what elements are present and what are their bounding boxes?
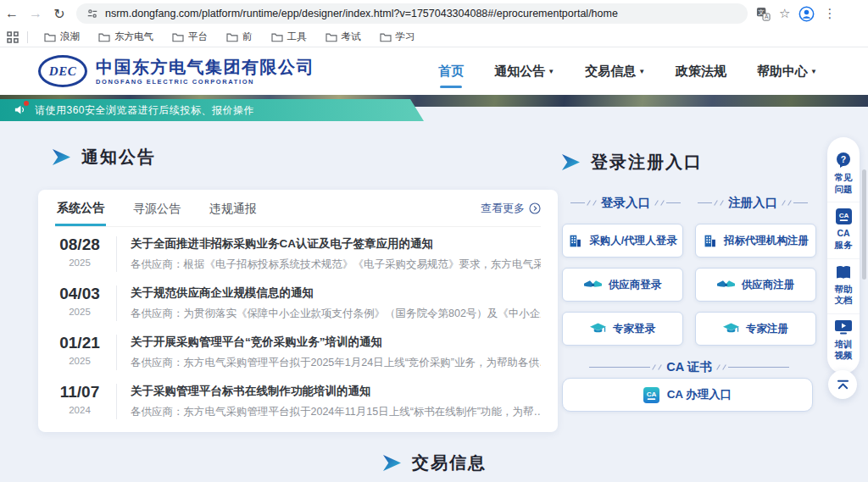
scrollbar-thumb[interactable] — [862, 169, 866, 280]
announcement-row[interactable]: 04/03 2025 关于规范供应商企业规模信息的通知 各供应商：为贯彻落实《保… — [55, 276, 541, 325]
building-icon — [568, 234, 582, 248]
date-block: 11/07 2024 — [55, 384, 104, 415]
bookmark-folder[interactable]: 前 — [219, 30, 260, 43]
company-name-en: DONGFANG ELECTRIC CORPORATION — [96, 78, 314, 86]
company-logo[interactable]: DEC 中国东方电气集团有限公司 DONGFANG ELECTRIC CORPO… — [38, 55, 314, 87]
announcement-title[interactable]: 关于规范供应商企业规模信息的通知 — [131, 285, 541, 301]
bidding-agency-register-button[interactable]: 招标代理机构注册 — [695, 224, 816, 258]
browser-notice-banner: 请使用360安全浏览器进行后续投标、报价操作 — [0, 99, 424, 121]
portal-buttons: 采购人/代理人登录 招标代理机构注册 供应商登录 供应商注册 专家登录 专家注册 — [562, 224, 816, 346]
tab-violation-reports[interactable]: 违规通报 — [208, 191, 259, 224]
expert-register-button[interactable]: 专家注册 — [695, 312, 816, 346]
ca-badge-icon: CA — [643, 387, 659, 403]
announcement-desc: 各供应商：根据《电子招标投标系统技术规范》《电子采购交易规范》要求，东方电气采购… — [131, 258, 541, 272]
graduation-cap-icon — [723, 323, 739, 335]
ca-apply-button[interactable]: CA CA 办理入口 — [562, 378, 813, 412]
announcement-tabs: 系统公告 寻源公告 违规通报 查看更多 — [55, 190, 541, 227]
chevron-down-icon: ▼ — [548, 68, 554, 75]
nav-trade-info[interactable]: 交易信息▼ — [585, 58, 645, 85]
date-block: 04/03 2025 — [55, 285, 104, 317]
view-more-link[interactable]: 查看更多 — [481, 201, 541, 216]
svg-text:A: A — [765, 14, 769, 19]
announcement-desc: 各供应商：东方电气采购管理平台拟于2025年1月24日上线“竞价采购”业务，为帮… — [131, 356, 541, 370]
bookmark-folder[interactable]: 东方电气 — [91, 30, 161, 43]
announcement-desc: 各供应商：为贯彻落实《保障中小企业款项支付条例》（国务院令第802号）及《中小企… — [131, 307, 541, 321]
svg-text:?: ? — [841, 154, 846, 164]
section-title: 登录注册入口 — [591, 151, 703, 174]
expert-login-button[interactable]: 专家登录 — [562, 312, 683, 346]
notice-banner-text: 请使用360安全浏览器进行后续投标、报价操作 — [35, 103, 254, 118]
arrow-icon — [562, 154, 580, 170]
announcement-title[interactable]: 关于采购管理平台标书在线制作功能培训的通知 — [131, 384, 541, 399]
notification-dot — [24, 101, 29, 106]
register-subheader: 注册入口 — [689, 195, 816, 211]
profile-icon[interactable] — [798, 6, 815, 22]
announcements-card: 系统公告 寻源公告 违规通报 查看更多 08/28 2025 关于全面推进非招标… — [38, 190, 558, 432]
nav-policies[interactable]: 政策法规 — [676, 58, 726, 85]
browser-actions: 文A ☆ ⋮ — [756, 6, 836, 22]
svg-text:CA: CA — [646, 390, 656, 397]
back-to-top-icon — [837, 380, 849, 390]
arrow-icon — [383, 455, 401, 471]
portal-heading: 登录注册入口 — [562, 151, 703, 174]
bookmark-star-icon[interactable]: ☆ — [779, 6, 790, 21]
forward-icon[interactable]: → — [24, 6, 47, 21]
announcement-title[interactable]: 关于开展采购管理平台“竞价采购业务”培训的通知 — [131, 335, 541, 350]
main-nav: 首页 通知公告▼ 交易信息▼ 政策法规 帮助中心▼ — [438, 58, 817, 85]
menu-icon[interactable]: ⋮ — [823, 6, 836, 21]
bookmark-folder[interactable]: 平台 — [164, 30, 215, 43]
handshake-icon — [584, 279, 602, 291]
building-icon — [703, 234, 717, 248]
chevron-down-icon: ▼ — [810, 68, 817, 75]
apps-grid-icon[interactable] — [7, 31, 19, 43]
sidebar-item-training-videos[interactable]: 培训视频 — [827, 313, 860, 368]
graduation-cap-icon — [590, 323, 606, 335]
handshake-icon — [717, 279, 735, 291]
company-name-cn: 中国东方电气集团有限公司 — [96, 58, 314, 76]
sidebar-item-faq[interactable]: ? 常见问题 — [827, 146, 860, 202]
bookmark-folder[interactable]: 考试 — [318, 30, 369, 43]
dec-logo-icon: DEC — [38, 55, 87, 87]
ca-certificate-subheader: CA 证书 — [562, 359, 816, 375]
bookmark-folder[interactable]: 工具 — [264, 30, 314, 43]
chevron-down-icon: ▼ — [638, 68, 645, 75]
date-block: 08/28 2025 — [55, 236, 104, 268]
sidebar-item-help-docs[interactable]: 帮助文档 — [827, 258, 860, 313]
site-settings-icon[interactable] — [86, 8, 98, 19]
nav-help-center[interactable]: 帮助中心▼ — [757, 58, 817, 85]
supplier-login-button[interactable]: 供应商登录 — [562, 268, 683, 302]
question-icon: ? — [835, 152, 852, 169]
ca-badge-icon: CA — [836, 208, 852, 224]
supplier-register-button[interactable]: 供应商注册 — [695, 268, 816, 302]
arrow-icon — [53, 149, 70, 165]
tab-sourcing-notices[interactable]: 寻源公告 — [131, 191, 182, 224]
svg-text:CA: CA — [838, 212, 849, 219]
announcement-desc: 各供应商：东方电气采购管理平台拟于2024年11月15日上线“标书在线制作”功能… — [131, 405, 541, 419]
announcement-row[interactable]: 11/07 2024 关于采购管理平台标书在线制作功能培训的通知 各供应商：东方… — [55, 374, 541, 424]
reload-icon[interactable]: ↻ — [47, 6, 71, 22]
announcement-row[interactable]: 01/21 2025 关于开展采购管理平台“竞价采购业务”培训的通知 各供应商：… — [55, 325, 541, 374]
bookmark-folder[interactable]: 浪潮 — [36, 30, 87, 43]
bookmark-folder[interactable]: 学习 — [372, 30, 423, 43]
sidebar-item-ca-service[interactable]: CA CA服务 — [827, 202, 860, 258]
url-text: nsrm.dongfang.com/platform/runtime/epp/d… — [105, 8, 618, 19]
announcement-title[interactable]: 关于全面推进非招标采购业务CA认证及电子签章应用的通知 — [131, 236, 541, 252]
document-icon — [835, 265, 852, 280]
video-icon — [835, 320, 852, 335]
quick-sidebar: ? 常见问题 CA CA服务 帮助文档 培训视频 — [827, 137, 860, 374]
tab-system-notices[interactable]: 系统公告 — [55, 191, 106, 226]
login-subheader: 登录入口 — [562, 195, 689, 211]
announcement-row[interactable]: 08/28 2025 关于全面推进非招标采购业务CA认证及电子签章应用的通知 各… — [55, 227, 541, 276]
nav-announcements[interactable]: 通知公告▼ — [494, 58, 554, 85]
buyer-agent-login-button[interactable]: 采购人/代理人登录 — [562, 224, 683, 258]
back-to-top-button[interactable] — [828, 370, 857, 399]
address-bar[interactable]: nsrm.dongfang.com/platform/runtime/epp/d… — [76, 3, 748, 24]
back-icon[interactable]: ← — [0, 6, 24, 21]
section-title: 交易信息 — [412, 452, 487, 474]
announcements-heading: 通知公告 — [53, 146, 156, 169]
site-header: DEC 中国东方电气集团有限公司 DONGFANG ELECTRIC CORPO… — [0, 47, 868, 95]
divider — [27, 31, 28, 43]
translate-icon[interactable]: 文A — [756, 7, 771, 21]
circle-chevron-right-icon — [529, 202, 541, 214]
nav-home[interactable]: 首页 — [438, 58, 464, 85]
